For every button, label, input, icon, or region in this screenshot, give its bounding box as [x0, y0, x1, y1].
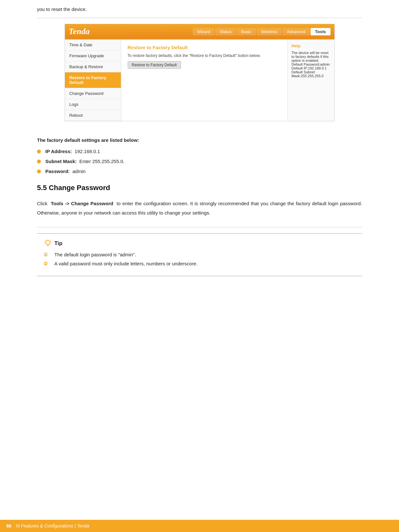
section-55-title: 5.5 Change Password: [37, 184, 362, 192]
sidebar-item-restore[interactable]: Restore to Factory Default: [65, 72, 121, 88]
nav-tab-status[interactable]: Status: [215, 28, 236, 35]
tools-link: Tools -> Change Password: [51, 201, 113, 206]
router-header: Tenda Wizard Status Basic Wireless Advan…: [65, 24, 334, 39]
password-label: Password: admin: [45, 169, 86, 174]
tip-text-2: A valid password must only include lette…: [54, 261, 197, 266]
list-item-subnet: Subnet Mask: Enter 255.255.255.0.: [37, 159, 362, 164]
router-nav: Wizard Status Basic Wireless Advanced To…: [193, 28, 330, 35]
subnet-value: Enter 255.255.255.0.: [79, 159, 124, 164]
tip-num-1: ①: [43, 252, 50, 258]
svg-line-2: [45, 241, 46, 241]
ip-label: IP Address: 192.168.0.1: [45, 149, 100, 154]
router-body: Time & Date Firmware Upgrade Backup & Re…: [65, 39, 334, 121]
panel-description: To restore factory defaults, click the "…: [128, 53, 281, 58]
ip-bold-label: IP Address:: [45, 149, 72, 154]
router-ui: Tenda Wizard Status Basic Wireless Advan…: [65, 24, 335, 121]
sidebar-item-firmware[interactable]: Firmware Upgrade: [65, 50, 121, 61]
list-item-password: Password: admin: [37, 169, 362, 174]
help-heading: Help: [292, 43, 331, 48]
panel-heading: Restore to Factory Default: [128, 45, 281, 50]
restore-factory-default-button[interactable]: Restore to Factory Default: [128, 61, 181, 69]
tip-num-2: ②: [43, 261, 50, 267]
tip-title: Tip: [54, 240, 62, 247]
nav-tab-advanced[interactable]: Advanced: [282, 28, 310, 35]
router-main-panel: Restore to Factory Default To restore fa…: [121, 40, 288, 121]
help-text: The device will be reset to factory defa…: [292, 51, 331, 78]
tenda-logo: Tenda: [69, 27, 90, 36]
nav-tab-basic[interactable]: Basic: [237, 28, 256, 35]
router-sidebar: Time & Date Firmware Upgrade Backup & Re…: [65, 40, 121, 121]
factory-defaults-heading: The factory default settings are listed …: [37, 137, 362, 143]
bullet-dot-ip: [37, 150, 41, 153]
ip-value: 192.168.0.1: [75, 149, 100, 154]
intro-text: you to reset the device.: [37, 6, 362, 12]
sidebar-item-backup[interactable]: Backup & Restore: [65, 61, 121, 72]
nav-tab-wireless[interactable]: Wireless: [257, 28, 282, 35]
bullet-dot-subnet: [37, 160, 41, 163]
footer-text: III Features & Configurations | Tenda: [16, 523, 89, 528]
nav-tab-tools[interactable]: Tools: [311, 28, 331, 35]
sidebar-item-reboot[interactable]: Reboot: [65, 110, 121, 121]
tip-text-1: The default login password is "admin".: [54, 252, 136, 257]
tip-bulb-icon: [43, 239, 52, 248]
tip-top-divider: [37, 227, 362, 227]
tip-box: Tip ① The default login password is "adm…: [37, 233, 362, 276]
router-ui-wrap: Tenda Wizard Status Basic Wireless Advan…: [37, 24, 362, 131]
tip-header: Tip: [43, 239, 356, 248]
list-item-ip: IP Address: 192.168.0.1: [37, 149, 362, 154]
factory-defaults-list: IP Address: 192.168.0.1 Subnet Mask: Ent…: [37, 149, 362, 174]
router-help-panel: Help The device will be reset to factory…: [288, 40, 334, 121]
bullet-dot-password: [37, 170, 41, 173]
subnet-bold-label: Subnet Mask:: [45, 159, 77, 164]
main-content: you to reset the device. Tenda Wizard St…: [0, 0, 399, 312]
top-divider: [37, 18, 362, 18]
tip-item-2: ② A valid password must only include let…: [43, 261, 356, 267]
tip-item-1: ① The default login password is "admin".: [43, 252, 356, 258]
page-footer: 66 III Features & Configurations | Tenda: [0, 520, 399, 532]
password-value: admin: [72, 169, 86, 174]
nav-tab-wizard[interactable]: Wizard: [193, 28, 214, 35]
section-55-paragraph: Click Tools -> Change Password to enter …: [37, 199, 362, 217]
svg-point-0: [46, 240, 50, 245]
password-bold-label: Password:: [45, 169, 70, 174]
page-number: 66: [6, 523, 12, 528]
subnet-label: Subnet Mask: Enter 255.255.255.0.: [45, 159, 124, 164]
sidebar-item-logs[interactable]: Logs: [65, 99, 121, 110]
svg-line-3: [50, 241, 51, 241]
sidebar-item-change-password[interactable]: Change Password: [65, 88, 121, 99]
sidebar-item-time-date[interactable]: Time & Date: [65, 40, 121, 50]
